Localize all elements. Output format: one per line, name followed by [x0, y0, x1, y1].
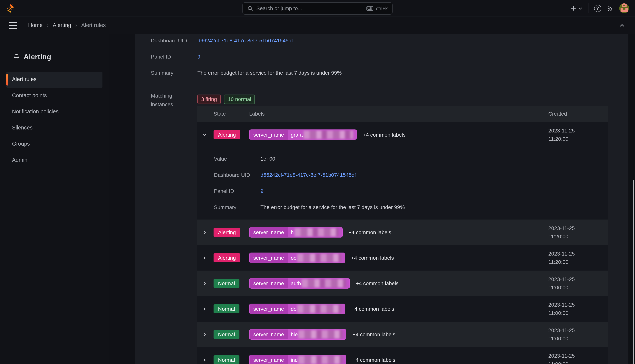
- breadcrumb: Home › Alerting › Alert rules: [28, 22, 106, 29]
- sidebar-item-label: Notification policies: [12, 108, 58, 116]
- chevron-down-icon: [578, 6, 582, 10]
- redacted-label-value: [304, 130, 353, 139]
- chevron-right-icon[interactable]: [198, 230, 214, 235]
- sidebar-item-alert-rules[interactable]: Alert rules: [6, 72, 102, 88]
- common-labels-text: +4 common labels: [352, 356, 395, 364]
- sidebar-title-label: Alerting: [24, 52, 51, 62]
- alert-rule-detail-panel: Dashboard UID d66242cf-71e8-417c-8ef7-51…: [135, 34, 628, 364]
- field-value-link[interactable]: 9: [198, 53, 628, 60]
- label-value: oc: [288, 253, 345, 263]
- user-avatar[interactable]: [619, 4, 629, 13]
- created-timestamp: 2023-11-2511:20:00: [548, 224, 608, 241]
- breadcrumb-current: Alert rules: [81, 22, 106, 29]
- help-icon[interactable]: ?: [594, 5, 601, 12]
- field-value-link[interactable]: d66242cf-71e8-417c-8ef7-51b0741545df: [198, 37, 628, 44]
- header-created: Created: [548, 110, 608, 118]
- chevron-right-icon[interactable]: [198, 332, 214, 337]
- instance-row[interactable]: Alerting server_name h +4 common labels …: [198, 220, 608, 245]
- field-label: Summary: [151, 69, 198, 76]
- field-row: Dashboard UID d66242cf-71e8-417c-8ef7-51…: [214, 171, 608, 187]
- sidebar-item-silences[interactable]: Silences: [6, 120, 102, 136]
- state-badge: Alerting: [214, 130, 240, 140]
- instances-table-body: Alerting server_name grafa: [198, 122, 608, 364]
- instance-detail-fields: Value 1e+00 Dashboard UID d66242cf-71e8-…: [214, 155, 608, 220]
- sidebar-section-title: Alerting: [14, 52, 109, 62]
- main-content: Dashboard UID d66242cf-71e8-417c-8ef7-51…: [109, 34, 635, 364]
- redacted-label-value: [298, 330, 343, 338]
- created-timestamp: 2023-11-2511:00:00: [548, 326, 608, 343]
- normal-count-badge: 10 normal: [224, 94, 255, 104]
- redacted-label-value: [297, 254, 341, 262]
- field-row: Panel ID 9: [214, 187, 608, 204]
- label-key: server_name: [250, 355, 288, 364]
- shortcut-hint: ctrl+k: [366, 5, 388, 12]
- field-row: Dashboard UID d66242cf-71e8-417c-8ef7-51…: [151, 37, 628, 53]
- state-badge: Normal: [214, 330, 240, 339]
- instance-row[interactable]: Normal server_name hle +4 common labels …: [198, 322, 608, 347]
- instance-row[interactable]: Alerting server_name grafa: [198, 122, 608, 148]
- state-badge: Normal: [214, 279, 240, 288]
- field-value-link[interactable]: d66242cf-71e8-417c-8ef7-51b0741545df: [260, 171, 608, 178]
- field-value: The error budget for a service for the l…: [260, 204, 608, 211]
- field-label: Panel ID: [151, 53, 198, 60]
- label-pill: server_name de: [249, 304, 346, 314]
- sidebar-item-label: Alert rules: [12, 76, 36, 83]
- sidebar-item-groups[interactable]: Groups: [6, 136, 102, 152]
- common-labels-text: +4 common labels: [352, 305, 394, 312]
- header-labels: Labels: [249, 110, 548, 118]
- instance-row[interactable]: Normal server_name ind +4 common labels …: [198, 347, 608, 364]
- state-badge: Alerting: [214, 253, 240, 262]
- label-pill: server_name grafa: [249, 130, 357, 140]
- search-placeholder: Search or jump to...: [256, 5, 302, 12]
- label-key: server_name: [250, 130, 288, 140]
- label-pill: server_name ind: [249, 354, 346, 364]
- sidebar-item-notification-policies[interactable]: Notification policies: [6, 104, 102, 120]
- breadcrumb-alerting[interactable]: Alerting: [53, 22, 71, 29]
- chevron-down-icon[interactable]: [198, 132, 214, 137]
- chevron-right-icon[interactable]: [198, 255, 214, 260]
- chevron-right-icon[interactable]: [198, 306, 214, 311]
- instance-row[interactable]: Normal server_name auth +4 common labels…: [198, 270, 608, 296]
- field-row: Summary The error budget for a service f…: [214, 204, 608, 220]
- firing-count-badge: 3 firing: [198, 94, 221, 104]
- chevron-up-icon[interactable]: [619, 22, 625, 28]
- matching-instances-section: Matching instances 3 firing 10 normal St…: [151, 92, 628, 364]
- search-input[interactable]: Search or jump to... ctrl+k: [242, 2, 392, 15]
- breadcrumb-home[interactable]: Home: [28, 22, 42, 29]
- label-key: server_name: [250, 228, 288, 237]
- new-button[interactable]: [570, 5, 582, 11]
- field-row: Value 1e+00: [214, 155, 608, 171]
- chevron-right-icon[interactable]: [198, 358, 214, 362]
- redacted-label-value: [294, 228, 339, 236]
- sidebar-item-admin[interactable]: Admin: [6, 152, 102, 168]
- search-icon: [247, 6, 253, 11]
- field-label: Dashboard UID: [151, 37, 198, 44]
- hamburger-menu-icon[interactable]: [9, 22, 17, 29]
- keyboard-icon: [366, 6, 373, 11]
- instance-row[interactable]: Alerting server_name oc +4 common labels…: [198, 245, 608, 270]
- matching-instances-label: Matching instances: [151, 92, 198, 109]
- scrollbar-track[interactable]: [628, 34, 635, 364]
- created-timestamp: 2023-11-2511:00:00: [548, 352, 608, 364]
- instances-table-header: State Labels Created: [198, 106, 608, 122]
- instance-row[interactable]: Normal server_name de +4 common labels 2…: [198, 296, 608, 322]
- field-label: Dashboard UID: [214, 171, 260, 178]
- created-timestamp: 2023-11-2511:00:00: [548, 275, 608, 292]
- grafana-logo-icon[interactable]: [6, 4, 16, 13]
- field-value-link[interactable]: 9: [260, 187, 608, 195]
- label-pill: server_name hle: [249, 329, 346, 340]
- label-value: auth: [288, 278, 350, 288]
- sidebar-item-contact-points[interactable]: Contact points: [6, 88, 102, 104]
- sidebar-item-label: Contact points: [12, 92, 47, 100]
- rss-news-icon[interactable]: [607, 5, 614, 12]
- breadcrumb-separator: ›: [47, 22, 48, 29]
- label-value: hle: [288, 330, 346, 339]
- field-value: The error budget for a service for the l…: [198, 69, 628, 76]
- instance-row-expanded: Alerting server_name grafa: [198, 122, 608, 220]
- breadcrumb-bar: Home › Alerting › Alert rules: [0, 17, 635, 34]
- matching-instances-body: 3 firing 10 normal State Labels Created: [198, 92, 628, 364]
- field-label: Value: [214, 155, 260, 162]
- plus-icon: [570, 5, 576, 11]
- scrollbar-thumb[interactable]: [633, 180, 634, 364]
- chevron-right-icon[interactable]: [198, 281, 214, 286]
